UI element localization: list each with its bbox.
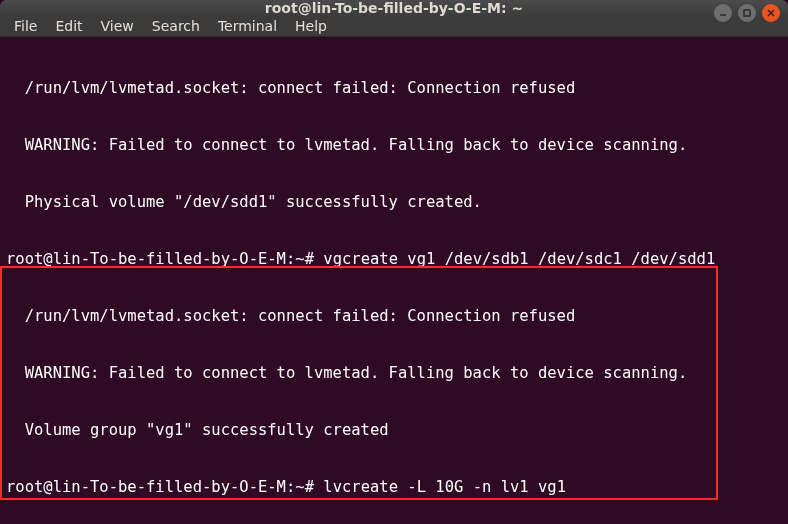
menu-search[interactable]: Search [144,16,208,36]
prompt-sigil: # [305,250,314,268]
window-controls [714,4,780,22]
menu-file[interactable]: File [6,16,45,36]
prompt-sep: : [286,478,295,496]
output-line: /run/lvm/lvmetad.socket: connect failed:… [6,79,782,98]
prompt-path: ~ [295,478,304,496]
minimize-button[interactable] [714,4,732,22]
prompt-path: ~ [295,250,304,268]
prompt-userhost: root@lin-To-be-filled-by-O-E-M [6,250,286,268]
minimize-icon [718,8,728,18]
window-title: root@lin-To-be-filled-by-O-E-M: ~ [265,0,523,16]
prompt-sep: : [286,250,295,268]
command-text: vgcreate vg1 /dev/sdb1 /dev/sdc1 /dev/sd… [314,250,715,268]
prompt-userhost: root@lin-To-be-filled-by-O-E-M [6,478,286,496]
command-text: lvcreate -L 10G -n lv1 vg1 [314,478,566,496]
annotation-highlight-box [0,266,718,500]
menu-view[interactable]: View [93,16,142,36]
close-icon [766,8,776,18]
maximize-icon [742,8,752,18]
terminal-viewport[interactable]: /run/lvm/lvmetad.socket: connect failed:… [0,37,788,524]
output-line: Volume group "vg1" successfully created [6,421,782,440]
prompt-line: root@lin-To-be-filled-by-O-E-M:~# vgcrea… [6,250,782,269]
output-line: WARNING: Failed to connect to lvmetad. F… [6,136,782,155]
terminal-window: root@lin-To-be-filled-by-O-E-M: ~ File E… [0,0,788,524]
titlebar: root@lin-To-be-filled-by-O-E-M: ~ [0,0,788,16]
menu-help[interactable]: Help [287,16,335,36]
output-line: Physical volume "/dev/sdd1" successfully… [6,193,782,212]
svg-rect-1 [744,10,750,16]
prompt-line: root@lin-To-be-filled-by-O-E-M:~# lvcrea… [6,478,782,497]
prompt-sigil: # [305,478,314,496]
menu-edit[interactable]: Edit [47,16,90,36]
maximize-button[interactable] [738,4,756,22]
menu-terminal[interactable]: Terminal [210,16,285,36]
menubar: File Edit View Search Terminal Help [0,16,788,37]
close-button[interactable] [762,4,780,22]
output-line: /run/lvm/lvmetad.socket: connect failed:… [6,307,782,326]
output-line: WARNING: Failed to connect to lvmetad. F… [6,364,782,383]
